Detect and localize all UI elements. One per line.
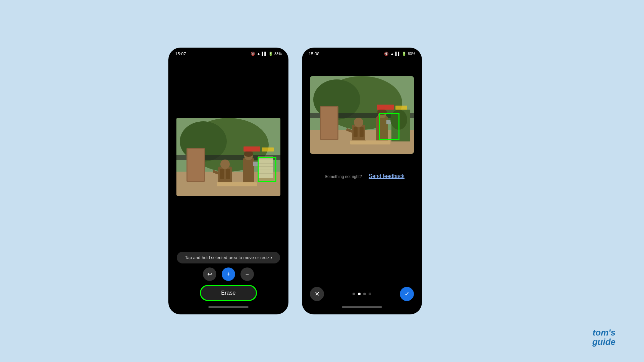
hint-text: Tap and hold selected area to move or re… bbox=[177, 252, 280, 263]
check-icon: ✓ bbox=[405, 290, 410, 298]
wifi-icon-2: ▲ bbox=[390, 52, 394, 56]
feedback-static-text: Something not right? bbox=[319, 172, 367, 181]
confirm-button[interactable]: ✓ bbox=[400, 287, 414, 301]
svg-rect-26 bbox=[217, 182, 257, 186]
minus-icon: − bbox=[246, 271, 249, 278]
selection-box-1[interactable] bbox=[258, 157, 276, 182]
home-indicator-2 bbox=[342, 306, 382, 308]
svg-rect-7 bbox=[187, 149, 204, 181]
svg-rect-27 bbox=[244, 146, 260, 152]
wifi-icon-1: ▲ bbox=[257, 52, 260, 56]
signal-icon-2: ▌▌ bbox=[395, 52, 400, 56]
home-indicator-1 bbox=[208, 306, 249, 308]
send-feedback-link[interactable]: Send feedback bbox=[369, 173, 405, 179]
toms-guide-branding: tom's guide bbox=[592, 328, 615, 347]
close-icon: ✕ bbox=[315, 290, 320, 298]
dot-3 bbox=[363, 293, 366, 295]
svg-rect-39 bbox=[354, 127, 358, 137]
dot-2-active bbox=[358, 293, 361, 295]
battery-icon-1: 🔋 bbox=[268, 52, 273, 56]
add-icon: + bbox=[227, 271, 230, 278]
dot-4 bbox=[369, 293, 371, 295]
spacer-2 bbox=[302, 181, 422, 287]
battery-pct-2: 83% bbox=[408, 52, 415, 56]
statue-image-1 bbox=[176, 118, 280, 196]
time-1: 15:07 bbox=[175, 51, 186, 56]
phone2-bottom: ✕ ✓ bbox=[302, 287, 422, 314]
phone-1: 15:07 🔇 ▲ ▌▌ 🔋 83% bbox=[168, 48, 288, 314]
svg-rect-11 bbox=[220, 169, 224, 179]
undo-button[interactable]: ↩ bbox=[203, 267, 216, 281]
svg-rect-35 bbox=[321, 107, 337, 139]
image-area-2 bbox=[302, 58, 422, 171]
battery-pct-1: 83% bbox=[274, 52, 282, 56]
phone1-bottom: Tap and hold selected area to move or re… bbox=[168, 252, 288, 314]
battery-icon-2: 🔋 bbox=[402, 52, 407, 56]
erase-button[interactable]: Erase bbox=[200, 285, 257, 301]
svg-rect-12 bbox=[226, 169, 230, 179]
dot-indicators bbox=[353, 293, 371, 295]
time-2: 15:08 bbox=[309, 51, 320, 56]
svg-point-38 bbox=[354, 118, 363, 127]
undo-icon: ↩ bbox=[207, 270, 212, 278]
mute-icon-2: 🔇 bbox=[384, 52, 389, 56]
svg-rect-50 bbox=[377, 105, 394, 110]
toolbar-icons: ↩ + − bbox=[203, 267, 254, 281]
svg-point-10 bbox=[220, 160, 230, 169]
svg-point-17 bbox=[244, 151, 253, 157]
selection-box-2[interactable] bbox=[379, 113, 399, 140]
statue-image-2 bbox=[310, 76, 414, 154]
add-button[interactable]: + bbox=[222, 267, 235, 281]
svg-rect-40 bbox=[360, 127, 364, 137]
signal-icon-1: ▌▌ bbox=[262, 52, 267, 56]
dot-1 bbox=[353, 293, 355, 295]
svg-rect-49 bbox=[350, 140, 390, 144]
close-button[interactable]: ✕ bbox=[310, 287, 324, 301]
feedback-area: Something not right? Send feedback bbox=[302, 171, 422, 181]
status-bar-1: 15:07 🔇 ▲ ▌▌ 🔋 83% bbox=[168, 48, 288, 58]
image-area-1 bbox=[168, 58, 288, 252]
svg-rect-51 bbox=[395, 106, 407, 110]
status-bar-2: 15:08 🔇 ▲ ▌▌ 🔋 83% bbox=[302, 48, 422, 58]
svg-rect-28 bbox=[262, 147, 274, 152]
guide-label: guide bbox=[592, 337, 615, 347]
phone-2: 15:08 🔇 ▲ ▌▌ 🔋 83% bbox=[302, 48, 422, 314]
minus-button[interactable]: − bbox=[240, 267, 254, 281]
mute-icon-1: 🔇 bbox=[251, 52, 255, 56]
toms-label: tom's bbox=[592, 328, 615, 338]
svg-rect-15 bbox=[243, 158, 254, 185]
bottom-nav-bar: ✕ ✓ bbox=[302, 287, 422, 301]
